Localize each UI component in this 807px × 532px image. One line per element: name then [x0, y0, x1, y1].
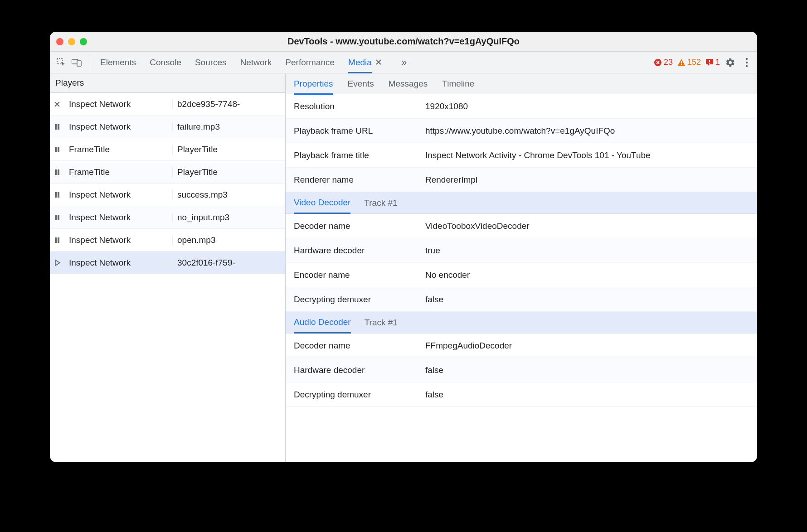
svg-rect-14 [55, 147, 57, 152]
close-tab-icon[interactable]: ✕ [375, 58, 382, 67]
property-value: false [425, 365, 749, 375]
devtools-window: DevTools - www.youtube.com/watch?v=e1gAy… [50, 32, 757, 462]
issue-icon [705, 58, 714, 67]
video-track-label[interactable]: Track #1 [364, 198, 397, 208]
tab-sources[interactable]: Sources [195, 58, 227, 68]
property-row: Decrypting demuxerfalse [286, 287, 757, 312]
player-frame-label: FrameTitle [69, 167, 169, 177]
toolbar-right: 23 152 1 [654, 58, 753, 68]
tab-network[interactable]: Network [240, 58, 272, 68]
property-value: false [425, 295, 749, 305]
player-frame-label: Inspect Network [69, 122, 169, 132]
player-frame-label: Inspect Network [69, 99, 169, 109]
toolbar-divider [90, 57, 90, 68]
property-key: Renderer name [294, 175, 425, 185]
player-row[interactable]: Inspect Networkb2dce935-7748- [50, 93, 285, 116]
player-row[interactable]: Inspect Networkfailure.mp3 [50, 116, 285, 138]
property-key: Decrypting demuxer [294, 390, 425, 400]
property-value: No encoder [425, 270, 749, 280]
pause-icon [53, 237, 65, 244]
tab-performance[interactable]: Performance [285, 58, 335, 68]
audio-track-label[interactable]: Track #1 [365, 318, 398, 328]
property-row: Renderer nameRendererImpl [286, 168, 757, 192]
property-key: Playback frame title [294, 150, 425, 160]
inspect-element-icon[interactable] [54, 56, 68, 69]
main-tabs: Elements Console Sources Network Perform… [100, 57, 407, 68]
svg-rect-8 [709, 63, 710, 63]
audio-decoder-rows: Decoder nameFFmpegAudioDecoderHardware d… [286, 334, 757, 407]
close-window-icon[interactable] [56, 38, 63, 45]
player-row[interactable]: Inspect Networksuccess.mp3 [50, 184, 285, 206]
player-title-label: failure.mp3 [172, 122, 282, 132]
close-icon [53, 101, 65, 108]
pause-icon [53, 123, 65, 131]
maximize-window-icon[interactable] [80, 38, 87, 45]
subtab-messages[interactable]: Messages [389, 79, 428, 89]
property-key: Decoder name [294, 341, 425, 351]
player-frame-label: Inspect Network [69, 190, 169, 200]
play-icon [53, 259, 65, 266]
subtab-timeline[interactable]: Timeline [442, 79, 474, 89]
issue-count[interactable]: 1 [705, 58, 720, 67]
error-count[interactable]: 23 [654, 58, 673, 67]
more-options-icon[interactable] [741, 58, 753, 68]
players-list: Inspect Networkb2dce935-7748-Inspect Net… [50, 93, 285, 274]
warning-count-value: 152 [687, 58, 701, 67]
tab-elements[interactable]: Elements [100, 58, 136, 68]
property-key: Hardware decoder [294, 246, 425, 256]
video-decoder-header: Video Decoder Track #1 [286, 192, 757, 214]
settings-icon[interactable] [724, 58, 736, 68]
warning-count[interactable]: 152 [677, 58, 701, 67]
svg-rect-23 [58, 237, 59, 243]
property-row: Decoder nameFFmpegAudioDecoder [286, 334, 757, 358]
property-row: Resolution1920x1080 [286, 94, 757, 119]
property-value: VideoTooboxVideoDecoder [425, 221, 749, 231]
property-key: Decoder name [294, 221, 425, 231]
device-toggle-icon[interactable] [70, 56, 83, 69]
svg-rect-19 [58, 192, 59, 198]
property-value: RendererImpl [425, 175, 749, 185]
player-frame-label: FrameTitle [69, 145, 169, 155]
player-title-label: 30c2f016-f759- [172, 258, 282, 268]
property-value: true [425, 246, 749, 256]
player-row[interactable]: Inspect Networkopen.mp3 [50, 229, 285, 251]
svg-rect-20 [55, 215, 57, 220]
player-frame-label: Inspect Network [69, 258, 169, 268]
player-title-label: b2dce935-7748- [172, 99, 282, 109]
player-row[interactable]: FrameTitlePlayerTitle [50, 138, 285, 161]
error-count-value: 23 [664, 58, 673, 67]
audio-decoder-tab[interactable]: Audio Decoder [294, 317, 351, 334]
window-title: DevTools - www.youtube.com/watch?v=e1gAy… [50, 36, 757, 47]
traffic-lights [56, 38, 87, 45]
player-frame-label: Inspect Network [69, 235, 169, 245]
subtab-properties[interactable]: Properties [294, 79, 333, 95]
more-tabs-icon[interactable]: » [401, 57, 407, 68]
property-row: Hardware decodertrue [286, 238, 757, 263]
property-row: Playback frame titleInspect Network Acti… [286, 143, 757, 168]
detail-subtabs: Properties Events Messages Timeline [286, 73, 757, 94]
player-row[interactable]: Inspect Network30c2f016-f759- [50, 251, 285, 274]
players-heading: Players [50, 73, 285, 93]
video-decoder-tab[interactable]: Video Decoder [294, 198, 350, 214]
property-key: Playback frame URL [294, 126, 425, 136]
svg-rect-4 [681, 61, 682, 63]
player-title-label: PlayerTitle [172, 145, 282, 155]
subtab-events[interactable]: Events [348, 79, 374, 89]
tab-console[interactable]: Console [150, 58, 181, 68]
player-row[interactable]: FrameTitlePlayerTitle [50, 161, 285, 184]
player-title-label: open.mp3 [172, 235, 282, 245]
property-key: Decrypting demuxer [294, 295, 425, 305]
property-row: Playback frame URLhttps://www.youtube.co… [286, 119, 757, 143]
svg-rect-5 [681, 64, 682, 65]
players-panel: Players Inspect Networkb2dce935-7748-Ins… [50, 73, 286, 462]
player-row[interactable]: Inspect Networkno_input.mp3 [50, 206, 285, 229]
player-title-label: PlayerTitle [172, 167, 282, 177]
svg-rect-17 [58, 169, 59, 175]
property-value: Inspect Network Activity - Chrome DevToo… [425, 150, 749, 160]
pause-icon [53, 191, 65, 198]
pause-icon [53, 146, 65, 153]
property-row: Decrypting demuxerfalse [286, 382, 757, 407]
property-row: Decoder nameVideoTooboxVideoDecoder [286, 214, 757, 238]
tab-media[interactable]: Media [348, 58, 372, 73]
minimize-window-icon[interactable] [68, 38, 75, 45]
